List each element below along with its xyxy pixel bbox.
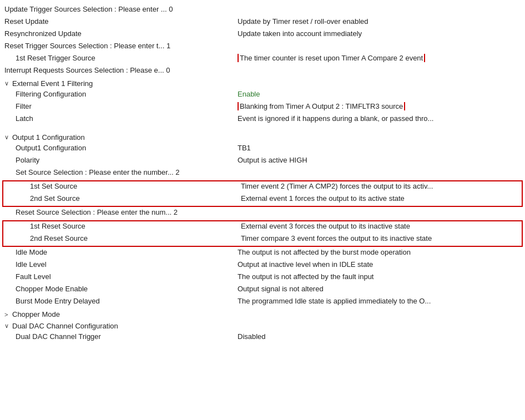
label-2nd-set-source: 2nd Set Source: [8, 194, 241, 203]
row-fault-level: Fault LevelThe output is not affected by…: [0, 272, 525, 284]
section-header-output1-configuration-section[interactable]: ∨Output 1 Configuration: [0, 131, 525, 143]
value-dual-dac-trigger: Disabled: [238, 332, 515, 341]
label-1st-reset-trigger-source: 1st Reset Trigger Source: [4, 54, 238, 62]
value-chopper-mode-enable: Output signal is not altered: [238, 285, 515, 293]
label-resync-update: Resynchronized Update: [4, 29, 238, 38]
reset-source-highlight-group: 1st Reset SourceExternal event 3 forces …: [2, 220, 523, 247]
label-fault-level: Fault Level: [4, 272, 238, 281]
collapse-arrow-icon[interactable]: ∨: [4, 80, 12, 87]
label-chopper-mode-enable: Chopper Mode Enable: [4, 285, 238, 293]
row-idle-mode: Idle ModeThe output is not affected by t…: [0, 247, 525, 260]
label-latch: Latch: [4, 114, 238, 123]
section-label: External Event 1 Filtering: [12, 79, 93, 88]
row-chopper-mode-enable: Chopper Mode EnableOutput signal is not …: [0, 284, 525, 296]
label-filtering-configuration: Filtering Configuration: [4, 90, 238, 98]
row-filter: FilterBlanking from Timer A Output 2 : T…: [0, 102, 525, 114]
row-set-source-selection: Set Source Selection : Please enter the …: [0, 168, 525, 180]
row-1st-set-source: 1st Set SourceTimer event 2 (Timer A CMP…: [3, 181, 522, 194]
label-2nd-reset-source: 2nd Reset Source: [8, 234, 241, 242]
value-output1-config: TB1: [238, 144, 515, 152]
row-burst-mode-entry-delayed: Burst Mode Entry DelayedThe programmed I…: [0, 296, 525, 308]
section-label: Dual DAC Channel Configuration: [12, 322, 118, 330]
value-2nd-set-source: External event 1 forces the output to it…: [241, 194, 517, 203]
row-filtering-configuration: Filtering ConfigurationEnable: [0, 89, 525, 102]
value-burst-mode-entry-delayed: The programmed Idle state is applied imm…: [238, 297, 515, 305]
label-dual-dac-trigger: Dual DAC Channel Trigger: [4, 332, 238, 341]
collapse-arrow-icon[interactable]: ∨: [4, 322, 12, 330]
label-polarity: Polarity: [4, 156, 238, 164]
label-1st-set-source: 1st Set Source: [8, 182, 241, 190]
value-reset-update: Update by Timer reset / roll-over enable…: [238, 17, 515, 26]
value-resync-update: Update taken into account immediately: [238, 29, 515, 38]
value-1st-set-source: Timer event 2 (Timer A CMP2) forces the …: [241, 182, 517, 190]
label-output1-config: Output1 Configuration: [4, 144, 238, 152]
value-polarity: Output is active HIGH: [238, 156, 515, 164]
value-2nd-reset-source: Timer compare 3 event forces the output …: [241, 234, 517, 242]
section-label: Chopper Mode: [12, 310, 60, 318]
row-reset-trigger-sources: Reset Trigger Sources Selection : Please…: [0, 41, 525, 53]
row-polarity: PolarityOutput is active HIGH: [0, 155, 525, 168]
value-filtering-configuration: Enable: [238, 90, 515, 98]
row-interrupt-requests: Interrupt Requests Sources Selection : P…: [0, 65, 525, 78]
spacer: [0, 126, 525, 131]
row-2nd-reset-source: 2nd Reset SourceTimer compare 3 event fo…: [3, 234, 522, 246]
row-1st-reset-trigger-source: 1st Reset Trigger SourceThe timer counte…: [0, 53, 525, 65]
value-latch: Event is ignored if it happens during a …: [238, 114, 515, 123]
label-set-source-selection: Set Source Selection : Please enter the …: [4, 168, 238, 176]
collapse-arrow-icon[interactable]: ∨: [4, 134, 12, 141]
expand-arrow-icon[interactable]: >: [4, 311, 12, 318]
section-header-dual-dac-section[interactable]: ∨Dual DAC Channel Configuration: [0, 320, 525, 332]
section-label: Output 1 Configuration: [12, 133, 85, 141]
set-source-highlight-group: 1st Set SourceTimer event 2 (Timer A CMP…: [2, 180, 523, 207]
row-output1-config: Output1 ConfigurationTB1: [0, 143, 525, 155]
value-1st-reset-trigger-source: The timer counter is reset upon Timer A …: [238, 54, 515, 62]
row-2nd-set-source: 2nd Set SourceExternal event 1 forces th…: [3, 194, 522, 206]
label-interrupt-requests: Interrupt Requests Sources Selection : P…: [4, 66, 238, 74]
value-idle-mode: The output is not affected by the burst …: [238, 248, 515, 256]
row-dual-dac-trigger: Dual DAC Channel TriggerDisabled: [0, 332, 525, 344]
main-container: Update Trigger Sources Selection : Pleas…: [0, 0, 525, 348]
label-update-trigger-sources: Update Trigger Sources Selection : Pleas…: [4, 5, 238, 13]
label-filter: Filter: [4, 102, 238, 110]
label-reset-source-selection: Reset Source Selection : Please enter th…: [4, 208, 238, 216]
value-fault-level: The output is not affected by the fault …: [238, 272, 515, 281]
value-idle-level: Output at inactive level when in IDLE st…: [238, 260, 515, 269]
row-latch: LatchEvent is ignored if it happens duri…: [0, 114, 525, 126]
section-header-chopper-mode-section[interactable]: >Chopper Mode: [0, 308, 525, 320]
row-reset-source-selection: Reset Source Selection : Please enter th…: [0, 208, 525, 220]
label-reset-trigger-sources: Reset Trigger Sources Selection : Please…: [4, 42, 238, 50]
value-1st-reset-source: External event 3 forces the output to it…: [241, 222, 517, 230]
label-burst-mode-entry-delayed: Burst Mode Entry Delayed: [4, 297, 238, 305]
label-idle-mode: Idle Mode: [4, 248, 238, 256]
row-resync-update: Resynchronized UpdateUpdate taken into a…: [0, 29, 525, 41]
row-reset-update: Reset UpdateUpdate by Timer reset / roll…: [0, 17, 525, 29]
section-header-ext-event-1-filtering[interactable]: ∨External Event 1 Filtering: [0, 78, 525, 89]
row-update-trigger-sources: Update Trigger Sources Selection : Pleas…: [0, 4, 525, 17]
value-filter: Blanking from Timer A Output 2 : TIMFLTR…: [238, 102, 515, 110]
row-1st-reset-source: 1st Reset SourceExternal event 3 forces …: [3, 221, 522, 234]
label-1st-reset-source: 1st Reset Source: [8, 222, 241, 230]
label-idle-level: Idle Level: [4, 260, 238, 269]
row-idle-level: Idle LevelOutput at inactive level when …: [0, 260, 525, 272]
label-reset-update: Reset Update: [4, 17, 238, 26]
